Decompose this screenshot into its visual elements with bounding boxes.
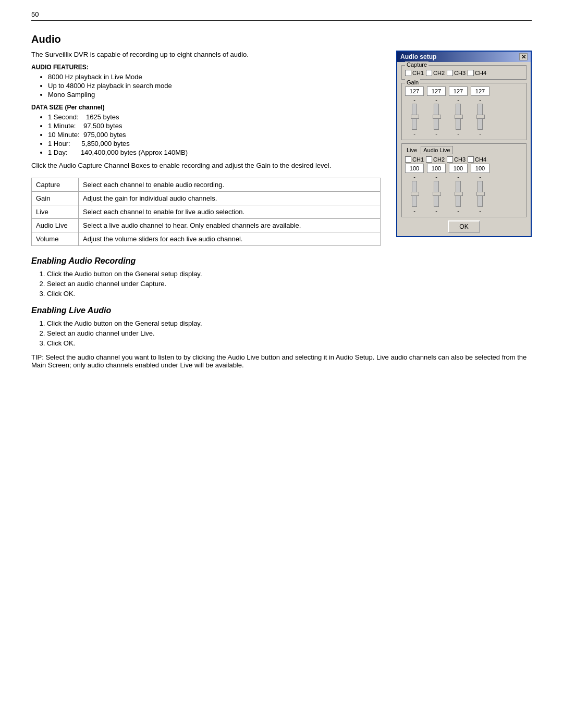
capture-ch1-label: CH1 [412,70,424,76]
list-item: 1 Second: 1625 bytes [48,113,381,121]
gain-track-2[interactable] [434,104,439,130]
live-vol-input-1[interactable]: 100 [405,164,424,173]
gain-group-label: Gain [405,79,420,85]
term-audiolive: Audio Live [32,219,79,232]
audio-dialog: Audio setup ✕ Capture CH1 CH2 [396,51,532,237]
click-instruction-text: Click the Audio Capture Channel Boxes to… [31,162,381,169]
capture-channels-row: CH1 CH2 CH3 CH4 [405,70,523,76]
live-minus-top-1: - [413,174,415,180]
section-title: Audio [31,33,532,45]
gain-sliders-row: - - - - - - [405,97,523,137]
live-track-2[interactable] [434,181,439,207]
tip-text: TIP: Select the audio channel you want t… [31,353,532,369]
gain-minus-top-2: - [435,97,437,103]
list-item: 1 Hour: 5,850,000 bytes [48,140,381,147]
def-live: Select each channel to enable for live a… [79,205,381,219]
table-row: Audio Live Select a live audio channel t… [32,219,381,232]
list-item: 1 Minute: 97,500 bytes [48,122,381,130]
capture-ch2: CH2 [426,70,445,76]
live-ch4-checkbox[interactable] [468,156,474,163]
gain-track-3[interactable] [456,104,461,130]
live-vol-input-3[interactable]: 100 [449,164,468,173]
live-ch2: CH2 [426,156,445,163]
live-ch1-label: CH1 [412,156,424,163]
list-item: Select an audio channel under Live. [47,329,532,337]
live-ch3-checkbox[interactable] [447,156,453,163]
capture-ch4: CH4 [468,70,486,76]
gain-slider-2: - - [427,97,446,137]
gain-inputs-row: 127 127 127 127 [405,87,523,96]
table-row: Capture Select each channel to enable au… [32,178,381,192]
live-slider-1: - - [405,174,424,214]
def-capture: Select each channel to enable audio reco… [79,178,381,192]
list-item: 10 Minute: 975,000 bytes [48,131,381,139]
gain-minus-bottom-2: - [435,131,437,137]
list-item: 1 Day: 140,400,000 bytes (Approx 140MB) [48,149,381,156]
capture-group-label: Capture [405,61,429,68]
live-minus-top-4: - [479,174,481,180]
features-list: 8000 Hz playback in Live Mode Up to 4800… [48,73,381,98]
live-channels-row: CH1 CH2 CH3 CH4 [405,156,523,163]
capture-ch3-label: CH3 [454,70,466,76]
capture-ch3: CH3 [447,70,466,76]
list-item: Click OK. [47,339,532,347]
def-audiolive: Select a live audio channel to hear. Onl… [79,219,381,232]
capture-ch2-checkbox[interactable] [426,70,432,76]
gain-minus-top-1: - [413,97,415,103]
live-ch1-checkbox[interactable] [405,156,411,163]
gain-slider-1: - - [405,97,424,137]
enabling-live-steps: Click the Audio button on the General se… [47,319,532,347]
capture-ch1: CH1 [405,70,424,76]
live-sliders-row: - - - - - - [405,174,523,214]
gain-minus-bottom-3: - [457,131,459,137]
ok-button[interactable]: OK [448,220,480,233]
capture-group: Capture CH1 CH2 CH3 [401,65,527,80]
live-track-1[interactable] [412,181,417,207]
intro-text: The Surveillix DVR is capable of recordi… [31,51,381,58]
gain-track-1[interactable] [412,104,417,130]
live-minus-top-3: - [457,174,459,180]
term-volume: Volume [32,232,79,246]
gain-track-4[interactable] [478,104,483,130]
live-volume-inputs-row: 100 100 100 100 [405,164,523,173]
term-gain: Gain [32,192,79,205]
gain-minus-top-3: - [457,97,459,103]
def-volume: Adjust the volume sliders for each live … [79,232,381,246]
live-track-3[interactable] [456,181,461,207]
capture-ch4-checkbox[interactable] [468,70,474,76]
gain-slider-4: - - [471,97,489,137]
live-ch2-label: CH2 [433,156,445,163]
live-minus-bottom-4: - [479,208,481,214]
live-ch4-label: CH4 [475,156,486,163]
left-column: The Surveillix DVR is capable of recordi… [31,51,381,246]
live-vol-input-4[interactable]: 100 [471,164,489,173]
list-item: Mono Sampling [48,91,381,98]
gain-input-1[interactable]: 127 [405,87,424,96]
data-size-label: DATA SIZE (Per channel) [31,104,381,111]
gain-slider-3: - - [449,97,468,137]
gain-input-4[interactable]: 127 [471,87,489,96]
dialog-title: Audio setup [400,53,436,60]
def-gain: Adjust the gain for individual audio cha… [79,192,381,205]
live-minus-bottom-2: - [435,208,437,214]
live-ch3-label: CH3 [454,156,466,163]
live-track-4[interactable] [478,181,483,207]
list-item: Click OK. [47,290,532,298]
audio-live-label-box: Audio Live [421,146,452,154]
top-rule [31,20,532,21]
gain-input-2[interactable]: 127 [427,87,446,96]
list-item: 8000 Hz playback in Live Mode [48,73,381,81]
table-row: Volume Adjust the volume sliders for eac… [32,232,381,246]
page-number: 50 [31,10,532,18]
capture-ch1-checkbox[interactable] [405,70,411,76]
capture-ch3-checkbox[interactable] [447,70,453,76]
table-row: Live Select each channel to enable for l… [32,205,381,219]
list-item: Click the Audio button on the General se… [47,270,532,278]
live-group: Live Audio Live CH1 CH2 [401,143,527,217]
live-vol-input-2[interactable]: 100 [427,164,446,173]
live-ch2-checkbox[interactable] [426,156,432,163]
gain-input-3[interactable]: 127 [449,87,468,96]
enabling-recording-title: Enabling Audio Recording [31,256,532,266]
dialog-close-button[interactable]: ✕ [519,53,528,60]
live-minus-top-2: - [435,174,437,180]
